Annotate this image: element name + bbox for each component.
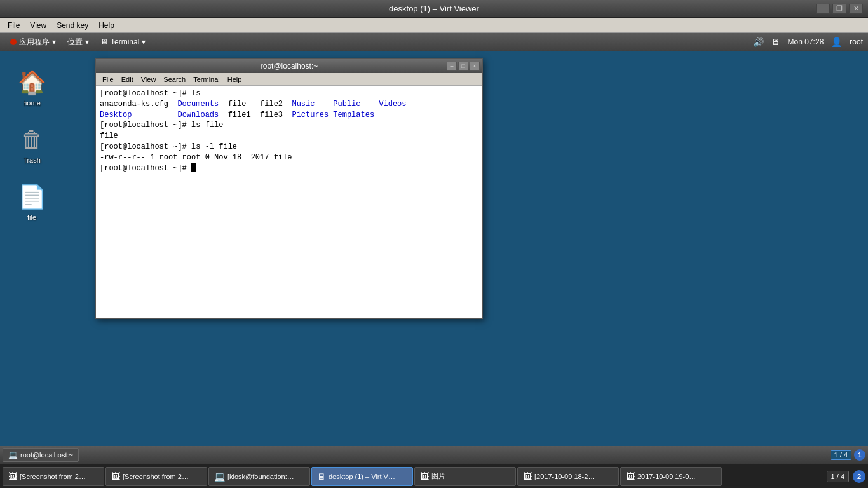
places-label: 位置 <box>67 37 83 48</box>
host-pager-circle: 2 <box>853 470 865 483</box>
term-line-6: -rw-r--r-- 1 root root 0 Nov 18 2017 fil… <box>100 152 478 163</box>
terminal-titlebar: root@localhost:~ – □ × <box>96 59 482 73</box>
host-task-icon-4: 🖼 <box>420 471 429 482</box>
term-menu-terminal[interactable]: Terminal <box>189 75 224 84</box>
host-task-icon-2: 💻 <box>214 471 225 482</box>
terminal-minimize-btn[interactable]: – <box>447 62 457 71</box>
host-task-1[interactable]: 🖼 [Screenshot from 2… <box>105 467 207 486</box>
app-menu-icon <box>10 39 17 45</box>
close-button[interactable]: ✕ <box>849 4 863 14</box>
host-task-icon-5: 🖼 <box>523 471 532 482</box>
guest-panel-left: 应用程序 ▾ 位置 ▾ 🖥 Terminal ▾ <box>5 36 151 49</box>
host-task-icon-1: 🖼 <box>111 471 120 482</box>
virt-viewer-menubar: File View Send key Help <box>0 18 868 33</box>
term-line-4: file <box>100 131 478 142</box>
host-pager-number: 1 / 4 <box>827 471 849 482</box>
host-taskbar: 🖼 [Screenshot from 2… 🖼 [Screenshot from… <box>0 464 868 488</box>
host-task-label-6: 2017-10-09 19-0… <box>637 473 696 480</box>
host-task-icon-3: 🖥 <box>317 471 326 482</box>
terminal-titlebar-btns: – □ × <box>447 62 480 71</box>
terminal-window: root@localhost:~ – □ × File Edit View Se… <box>95 58 483 319</box>
guest-desktop: 应用程序 ▾ 位置 ▾ 🖥 Terminal ▾ 🔊 🖥 Mon 07:28 👤 <box>0 33 868 464</box>
terminal-close-btn[interactable]: × <box>470 62 480 71</box>
host-task-label-4: 图片 <box>431 471 445 481</box>
host-task-icon-0: 🖼 <box>8 471 17 482</box>
network-icon[interactable]: 🖥 <box>771 37 780 47</box>
guest-panel: 应用程序 ▾ 位置 ▾ 🖥 Terminal ▾ 🔊 🖥 Mon 07:28 👤 <box>0 33 868 51</box>
terminal-tab-label: Terminal <box>111 37 139 46</box>
host-task-4[interactable]: 🖼 图片 <box>414 467 516 486</box>
guest-panel-right: 🔊 🖥 Mon 07:28 👤 root <box>753 37 863 47</box>
terminal-body[interactable]: [root@localhost ~]# ls anaconda-ks.cfg D… <box>96 86 482 318</box>
term-menu-edit[interactable]: Edit <box>118 75 137 84</box>
terminal-title: root@localhost:~ <box>261 62 318 71</box>
trash-icon: 🗑 <box>17 125 47 155</box>
places-button[interactable]: 位置 ▾ <box>62 36 94 49</box>
home-icon: 🏠 <box>17 67 47 98</box>
term-line-7: [root@localhost ~]# <box>100 163 478 174</box>
terminal-tab-icon: 🖥 <box>100 37 108 46</box>
menu-view[interactable]: View <box>25 20 51 31</box>
terminal-tab-button[interactable]: 🖥 Terminal ▾ <box>95 36 151 48</box>
terminal-tab-arrow: ▾ <box>142 37 146 46</box>
menu-file[interactable]: File <box>3 20 25 31</box>
app-menu-label: 应用程序 <box>19 37 50 48</box>
app-menu-button[interactable]: 应用程序 ▾ <box>5 36 61 49</box>
file-label: file <box>27 214 36 221</box>
host-task-3[interactable]: 🖥 desktop (1) – Virt V… <box>311 467 413 486</box>
virt-viewer-window: desktop (1) – Virt Viewer — ❐ ✕ File Vie… <box>0 0 868 488</box>
term-line-5: [root@localhost ~]# ls -l file <box>100 142 478 152</box>
host-task-label-0: [Screenshot from 2… <box>20 473 86 480</box>
places-arrow: ▾ <box>85 37 89 46</box>
virt-viewer-title: desktop (1) – Virt Viewer <box>389 4 479 13</box>
trash-label: Trash <box>23 156 41 164</box>
virt-viewer-titlebar: desktop (1) – Virt Viewer — ❐ ✕ <box>0 0 868 18</box>
host-task-label-3: desktop (1) – Virt V… <box>329 473 395 480</box>
term-line-3: [root@localhost ~]# ls file <box>100 120 478 131</box>
sound-icon[interactable]: 🔊 <box>753 37 764 47</box>
guest-taskbar-icon-0: 💻 <box>8 451 18 459</box>
desktop-icon-file[interactable]: 📄 file <box>14 179 50 224</box>
app-menu-arrow: ▾ <box>52 37 56 46</box>
guest-taskbar: 💻 root@localhost:~ 1 / 4 1 <box>0 446 868 464</box>
host-task-label-2: [kiosk@foundation:… <box>227 473 294 480</box>
guest-taskbar-item-0[interactable]: 💻 root@localhost:~ <box>3 448 79 462</box>
desktop-icons: 🏠 home 🗑 Trash 📄 file <box>0 58 64 230</box>
term-menu-help[interactable]: Help <box>224 75 246 84</box>
host-taskbar-right: 1 / 4 2 <box>827 470 865 483</box>
virt-viewer-controls: — ❐ ✕ <box>816 4 863 14</box>
term-menu-view[interactable]: View <box>137 75 160 84</box>
guest-user: root <box>850 37 863 46</box>
host-task-6[interactable]: 🖼 2017-10-09 19-0… <box>620 467 722 486</box>
user-icon[interactable]: 👤 <box>831 37 842 47</box>
guest-taskbar-label-0: root@localhost:~ <box>20 451 73 459</box>
host-task-label-5: [2017-10-09 18-2… <box>534 473 595 480</box>
terminal-restore-btn[interactable]: □ <box>458 62 468 71</box>
guest-time: Mon 07:28 <box>788 37 824 46</box>
term-menu-search[interactable]: Search <box>159 75 189 84</box>
term-menu-file[interactable]: File <box>98 75 118 84</box>
host-task-2[interactable]: 💻 [kiosk@foundation:… <box>208 467 310 486</box>
guest-pager-circle: 1 <box>854 449 865 461</box>
maximize-button[interactable]: ❐ <box>832 4 846 14</box>
minimize-button[interactable]: — <box>816 4 830 14</box>
home-label: home <box>23 99 41 107</box>
host-task-0[interactable]: 🖼 [Screenshot from 2… <box>3 467 104 486</box>
guest-pager-number: 1 / 4 <box>831 450 851 460</box>
desktop-icon-home[interactable]: 🏠 home <box>14 65 50 109</box>
file-icon: 📄 <box>17 182 47 212</box>
guest-taskbar-pager: 1 / 4 1 <box>831 449 865 461</box>
host-task-icon-6: 🖼 <box>626 471 635 482</box>
host-task-5[interactable]: 🖼 [2017-10-09 18-2… <box>517 467 619 486</box>
host-task-label-1: [Screenshot from 2… <box>123 473 189 480</box>
menu-help[interactable]: Help <box>93 20 119 31</box>
term-line-1: anaconda-ks.cfg Documents file file2 Mus… <box>100 99 478 110</box>
menu-sendkey[interactable]: Send key <box>51 20 93 31</box>
desktop-icon-trash[interactable]: 🗑 Trash <box>14 122 50 166</box>
terminal-menubar: File Edit View Search Terminal Help <box>96 73 482 86</box>
term-line-0: [root@localhost ~]# ls <box>100 88 478 99</box>
term-line-2: Desktop Downloads file1 file3 Pictures T… <box>100 110 478 121</box>
